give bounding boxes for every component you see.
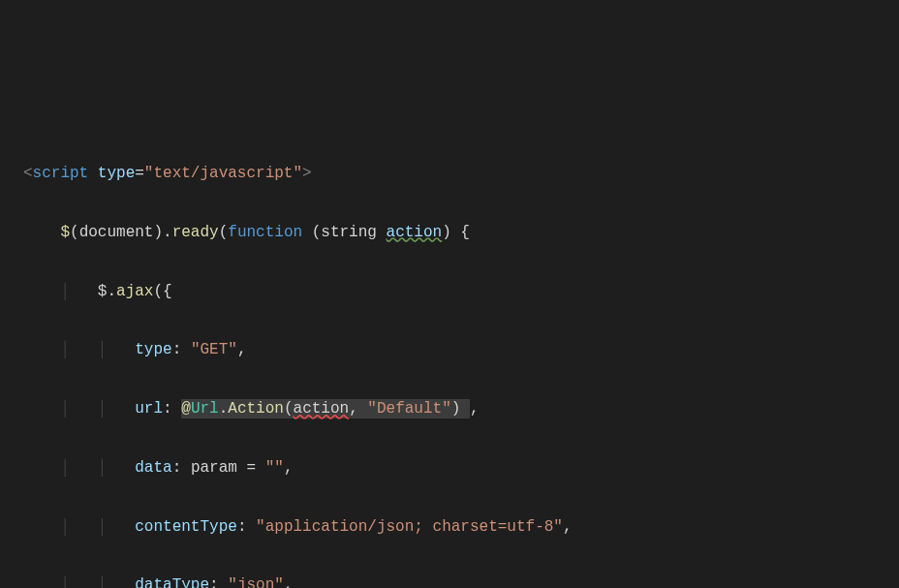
contenttype-prop: contentType bbox=[135, 518, 237, 536]
ready-fn: ready bbox=[172, 224, 219, 241]
document-ident: document bbox=[79, 224, 154, 241]
contenttype-string: "application/json; charset=utf-8" bbox=[256, 518, 563, 536]
code-line[interactable]: $(document).ready(function (string actio… bbox=[0, 218, 899, 247]
data-prop: data bbox=[135, 459, 171, 477]
function-keyword: function bbox=[228, 224, 302, 241]
default-string: "Default" bbox=[367, 400, 450, 418]
tag-bracket: < bbox=[23, 165, 33, 182]
razor-at: @ bbox=[181, 400, 191, 418]
attribute-name: type bbox=[98, 165, 135, 182]
code-editor[interactable]: <script type="text/javascript"> $(docume… bbox=[0, 130, 899, 588]
code-line[interactable]: │ │ data: param = "", bbox=[0, 453, 899, 482]
get-string: "GET" bbox=[191, 341, 237, 358]
code-line[interactable]: │ │ url: @Url.Action(action, "Default") … bbox=[0, 394, 899, 423]
code-line[interactable]: │ │ contentType: "application/json; char… bbox=[0, 512, 899, 542]
datatype-prop: dataType bbox=[135, 576, 209, 588]
indent-guide: │ bbox=[60, 283, 70, 300]
jquery-dollar: $ bbox=[60, 224, 70, 241]
code-line[interactable]: │ │ dataType: "json", bbox=[0, 571, 899, 588]
code-line[interactable]: │ │ type: "GET", bbox=[0, 335, 899, 364]
tag-name: script bbox=[33, 165, 89, 182]
attribute-value: "text/javascript" bbox=[144, 165, 302, 182]
ajax-fn: ajax bbox=[116, 283, 153, 300]
code-line[interactable]: <script type="text/javascript"> bbox=[0, 159, 899, 188]
action-arg: action bbox=[294, 400, 350, 418]
json-string: "json" bbox=[228, 576, 284, 588]
action-param: action bbox=[387, 224, 443, 241]
type-prop: type bbox=[135, 341, 171, 358]
url-prop: url bbox=[135, 400, 163, 418]
empty-string: "" bbox=[265, 459, 284, 477]
action-method: Action bbox=[228, 400, 284, 418]
param-ident: param bbox=[191, 459, 237, 477]
tag-bracket: > bbox=[302, 165, 312, 182]
url-namespace: Url bbox=[191, 400, 219, 418]
code-line[interactable]: │ $.ajax({ bbox=[0, 277, 899, 306]
string-type: string bbox=[321, 224, 377, 241]
